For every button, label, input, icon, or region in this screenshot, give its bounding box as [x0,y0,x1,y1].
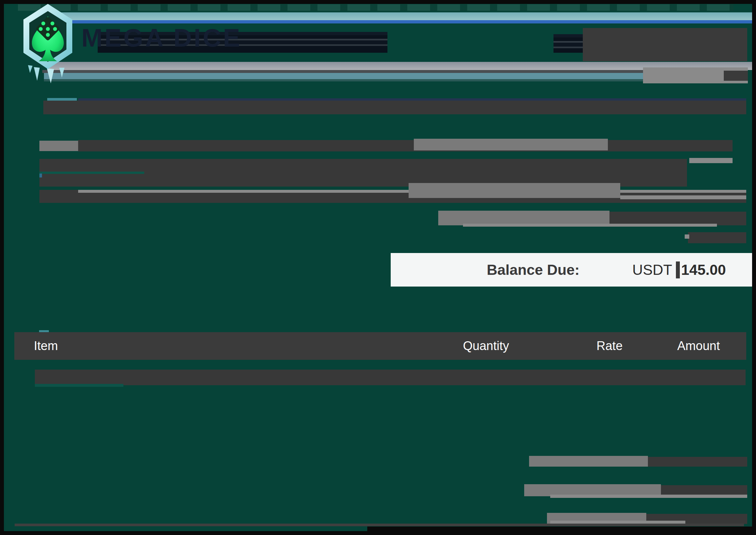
column-header-amount: Amount [677,332,720,360]
redacted-thin-navy-line [78,99,746,100]
redacted-date-value [689,158,733,163]
invoice-page-background: MEGA DICE [4,4,752,531]
redacted-tax-underline [550,494,747,498]
redacted-invoice-title [583,28,747,61]
redacted-item-row [35,370,745,385]
logo-dice-pip [46,33,50,37]
redacted-subtotal-label [529,456,648,466]
balance-due-box: Balance Due: USDT 145.00 [391,253,752,287]
logo-icicle [34,67,40,81]
redacted-terms-underline [620,195,746,199]
bottom-divider-line [14,523,744,526]
redacted-billto-label [40,141,78,151]
balance-currency: USDT [632,253,672,287]
logo-dice-pip [46,27,50,31]
redacted-invoice-date-label [414,139,608,151]
balance-amount: 145.00 [681,253,726,287]
invoice-screenshot: MEGA DICE [0,0,756,535]
logo-dice-pip [39,27,42,31]
redacted-billto-value [78,140,733,152]
logo-dice-pip [42,21,45,25]
green-underline-accent [40,172,144,174]
logo-icicle [59,68,65,77]
redacted-header-streaks-right [553,34,583,53]
ice-accent-band [46,13,752,20]
redacted-due-date-value [609,211,746,225]
mega-dice-logo-icon [18,3,77,84]
redacted-due-date-label [438,211,609,225]
logo-icicle [47,69,54,83]
top-accent-band [18,4,734,11]
redacted-due-date-underline [463,224,717,227]
logo-dice-pip [50,21,54,25]
green-underline-item [35,384,124,387]
redacted-subtotal-value [648,457,747,466]
balance-due-label: Balance Due: [487,253,579,287]
items-table-header: Item Quantity Rate Amount [14,332,746,360]
redacted-invoice-number-value [724,70,748,81]
dark-accent-line [42,70,646,73]
teal-accent-band-shadow [44,79,643,81]
redacted-small-value [688,232,746,243]
column-header-item: Item [34,332,58,360]
teal-accent-band [44,73,643,79]
bottom-black-strip [367,526,756,535]
redacted-small-tick [685,235,689,239]
blue-tick-accent [40,174,42,178]
logo-icicle [28,65,33,73]
brand-wordmark: MEGA DICE [81,23,242,53]
logo-dice-pip [53,27,57,31]
redacted-terms-label [408,183,620,198]
redacted-company-line [43,100,746,114]
column-header-rate: Rate [597,332,623,360]
column-header-quantity: Quantity [463,332,509,360]
redacted-currency-symbol [676,262,680,278]
